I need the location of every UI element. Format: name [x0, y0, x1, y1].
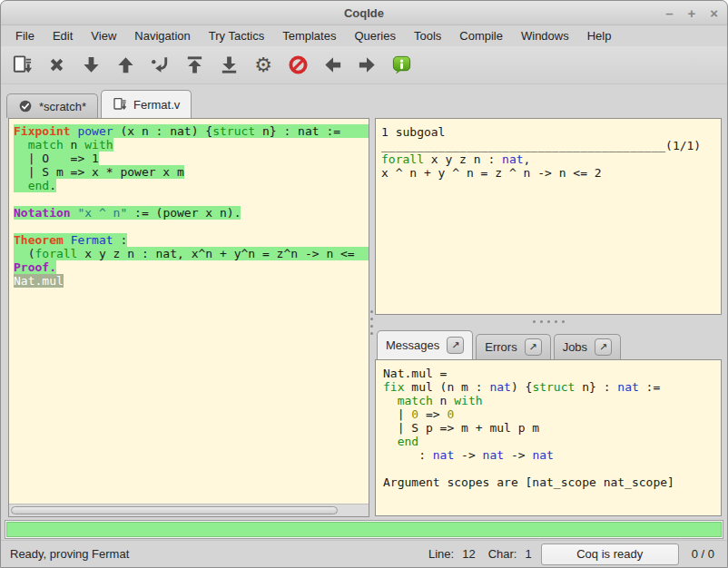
- editor-tab-bar: *scratch*Fermat.v: [1, 84, 727, 118]
- code-line: | S m => x * power x m: [14, 165, 369, 179]
- title-bar[interactable]: CoqIde – + ×: [1, 1, 727, 25]
- progress-bar: [5, 520, 723, 539]
- coqide-window: CoqIde – + × FileEditViewNavigationTry T…: [0, 0, 728, 568]
- code-line: 1 subgoal: [381, 125, 717, 139]
- menu-bar: FileEditViewNavigationTry TacticsTemplat…: [1, 25, 727, 46]
- code-line: end: [383, 435, 721, 448]
- back-button[interactable]: [320, 54, 344, 77]
- code-line: ________________________________________…: [381, 139, 717, 152]
- menu-edit[interactable]: Edit: [44, 26, 82, 45]
- horizontal-splitter[interactable]: [375, 316, 722, 327]
- coq-status-text: Coq is ready: [576, 547, 643, 561]
- code-line: Argument scopes are [nat_scope nat_scope…: [383, 475, 721, 489]
- menu-templates[interactable]: Templates: [273, 26, 345, 45]
- menu-navigation[interactable]: Navigation: [125, 26, 199, 45]
- code-line: [383, 462, 721, 475]
- menu-try-tactics[interactable]: Try Tactics: [200, 26, 273, 45]
- messages-notebook: Messages↗Errors↗Jobs↗ Nat.mul =fix mul (…: [375, 328, 722, 516]
- goto-end-button[interactable]: [217, 54, 241, 77]
- status-bar: Ready, proving Fermat Line: 12 Char: 1 C…: [1, 540, 727, 567]
- code-line: Fixpoint power (x n : nat) {struct n} : …: [14, 124, 369, 138]
- detach-icon[interactable]: ↗: [595, 338, 612, 356]
- interrupt-icon: [288, 54, 309, 75]
- goto-cursor-icon: [150, 54, 171, 75]
- scrollbar-thumb[interactable]: [11, 506, 338, 514]
- tab-scratch[interactable]: *scratch*: [6, 93, 98, 118]
- doc-save-icon: [113, 97, 127, 112]
- line-label: Line:: [428, 547, 454, 561]
- messages-tab-bar: Messages↗Errors↗Jobs↗: [375, 328, 722, 359]
- coq-status-box[interactable]: Coq is ready: [541, 544, 679, 565]
- tab-label: Fermat.v: [133, 98, 180, 112]
- minimize-button[interactable]: –: [665, 6, 673, 20]
- arrow-down-button[interactable]: [79, 54, 103, 77]
- detach-icon[interactable]: ↗: [447, 337, 464, 354]
- about-icon: [391, 54, 412, 75]
- messages-pane[interactable]: Nat.mul =fix mul (n m : nat) {struct n} …: [375, 359, 722, 516]
- menu-windows[interactable]: Windows: [512, 26, 578, 45]
- code-line: | S p => m + mul p m: [383, 421, 721, 435]
- code-line: x ^ n + y ^ n = z ^ n -> n <= 2: [381, 166, 717, 180]
- window-title: CoqIde: [344, 6, 384, 20]
- code-line: Notation "x ^ n" := (power x n).: [14, 206, 369, 220]
- back-icon: [322, 54, 343, 75]
- toolbar: ⚙: [1, 46, 727, 84]
- code-line: Nat.mul: [14, 274, 369, 288]
- tab-jobs[interactable]: Jobs↗: [554, 334, 621, 359]
- arrow-up-icon: [115, 54, 136, 75]
- code-line: forall x y z n : nat,: [381, 152, 717, 166]
- tab-messages[interactable]: Messages↗: [377, 330, 473, 359]
- goto-start-icon: [184, 54, 205, 75]
- horizontal-scrollbar[interactable]: [9, 504, 369, 516]
- goto-start-button[interactable]: [182, 54, 206, 77]
- code-line: Theorem Fermat :: [14, 233, 369, 247]
- gear-button[interactable]: ⚙: [251, 54, 275, 77]
- code-line: match n with: [14, 138, 369, 152]
- tab-label: Errors: [485, 340, 516, 354]
- menu-queries[interactable]: Queries: [345, 26, 405, 45]
- code-line: | 0 => 0: [383, 407, 721, 421]
- window-controls: – + ×: [665, 1, 718, 25]
- save-button[interactable]: [10, 54, 34, 77]
- code-line: [14, 192, 369, 206]
- progress-fill: [6, 522, 722, 537]
- task-counter: 0 / 0: [692, 547, 714, 561]
- close-button[interactable]: [44, 54, 68, 77]
- code-line: fix mul (n m : nat) {struct n} : nat :=: [383, 380, 721, 394]
- script-editor[interactable]: Fixpoint power (x n : nat) {struct n} : …: [9, 119, 369, 504]
- forward-icon: [357, 54, 378, 75]
- code-line: (forall x y z n : nat, x^n + y^n = z^n -…: [14, 247, 369, 260]
- menu-file[interactable]: File: [6, 26, 44, 45]
- menu-tools[interactable]: Tools: [405, 26, 450, 45]
- menu-help[interactable]: Help: [578, 26, 621, 45]
- code-line: [14, 220, 369, 233]
- maximize-button[interactable]: +: [687, 6, 695, 20]
- status-message: Ready, proving Fermat: [10, 547, 416, 561]
- vertical-splitter[interactable]: [369, 306, 375, 338]
- tab-label: Jobs: [563, 340, 587, 354]
- gear-icon: ⚙: [254, 55, 272, 75]
- interrupt-button[interactable]: [286, 54, 310, 77]
- detach-icon[interactable]: ↗: [525, 338, 542, 356]
- forward-button[interactable]: [355, 54, 379, 77]
- goals-pane[interactable]: 1 subgoal_______________________________…: [375, 118, 722, 315]
- tab-fermatv[interactable]: Fermat.v: [101, 90, 192, 118]
- save-icon: [12, 54, 33, 75]
- code-line: match n with: [383, 394, 721, 407]
- tab-errors[interactable]: Errors↗: [476, 334, 550, 359]
- check-circle-icon: [18, 99, 33, 113]
- goto-end-icon: [219, 54, 240, 75]
- char-label: Char:: [488, 547, 517, 561]
- line-value: 12: [462, 547, 475, 561]
- arrow-down-icon: [81, 54, 102, 75]
- goto-cursor-button[interactable]: [148, 54, 172, 77]
- char-value: 1: [525, 547, 531, 561]
- close-button[interactable]: ×: [710, 6, 718, 20]
- menu-compile[interactable]: Compile: [450, 26, 512, 45]
- code-line: end.: [14, 179, 369, 192]
- menu-view[interactable]: View: [82, 26, 125, 45]
- script-pane: Fixpoint power (x n : nat) {struct n} : …: [8, 118, 369, 517]
- code-line: Proof.: [14, 260, 369, 274]
- about-button[interactable]: [389, 54, 413, 77]
- arrow-up-button[interactable]: [113, 54, 137, 77]
